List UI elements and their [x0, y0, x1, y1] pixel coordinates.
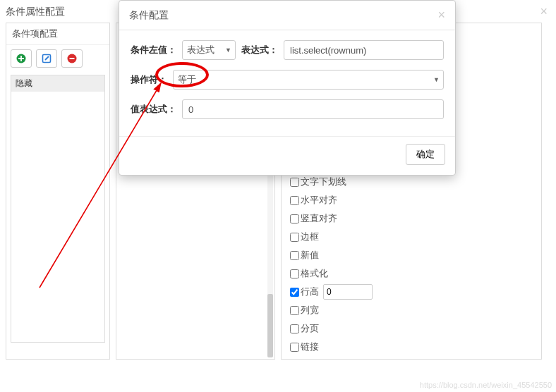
property-label: 新值 [301, 249, 319, 262]
property-checkbox[interactable] [290, 251, 299, 260]
scrollbar-thumb[interactable] [267, 294, 273, 357]
property-row: 列宽 [290, 301, 533, 319]
modal-close-icon[interactable]: × [437, 8, 445, 23]
property-checkbox[interactable] [290, 233, 299, 242]
left-value-row: 条件左值： 表达式 表达式： [131, 40, 444, 60]
edit-button[interactable] [36, 49, 57, 68]
condition-list[interactable]: 隐藏 [11, 75, 105, 343]
property-row: 格式化 [290, 264, 533, 283]
property-checkbox[interactable] [290, 196, 299, 205]
property-checkbox[interactable] [290, 288, 299, 297]
confirm-button[interactable]: 确定 [406, 144, 445, 165]
operator-label: 操作符： [131, 73, 167, 86]
minus-icon [67, 54, 77, 63]
property-checkbox[interactable] [290, 269, 299, 278]
property-label: 列宽 [301, 304, 319, 317]
modal-title: 条件配置 [129, 9, 169, 22]
left-value-label: 条件左值： [131, 44, 176, 56]
property-label: 分页 [301, 322, 319, 335]
property-row: 链接 [290, 338, 533, 356]
add-button[interactable] [11, 49, 32, 68]
property-row: 行高 [290, 283, 533, 301]
modal-body: 条件左值： 表达式 表达式： 操作符： 等于 值表达式： [119, 30, 455, 136]
operator-row: 操作符： 等于 [131, 70, 444, 90]
left-panel-header: 条件项配置 [6, 23, 109, 45]
property-label: 文字下划线 [301, 176, 346, 188]
property-checkbox[interactable] [290, 306, 299, 315]
page-title: 条件属性配置 [6, 6, 65, 18]
left-value-select[interactable]: 表达式 [182, 40, 236, 60]
property-checkbox[interactable] [290, 214, 299, 223]
property-row: 水平对齐 [290, 191, 533, 209]
property-label: 竖直对齐 [301, 212, 337, 225]
property-checkbox[interactable] [290, 343, 299, 352]
property-row: 竖直对齐 [290, 209, 533, 228]
modal-header: 条件配置 × [119, 1, 455, 30]
property-label: 水平对齐 [301, 194, 337, 207]
property-row: 边框 [290, 228, 533, 246]
value-expr-label: 值表达式： [131, 103, 176, 116]
value-expr-input[interactable] [182, 99, 444, 119]
operator-select[interactable]: 等于 [173, 70, 444, 90]
left-panel: 条件项配置 隐藏 [6, 23, 110, 360]
expression-label: 表达式： [241, 44, 278, 56]
condition-config-modal: 条件配置 × 条件左值： 表达式 表达式： 操作符： 等于 值表达式： 确定 [119, 0, 456, 176]
property-label: 格式化 [301, 267, 328, 280]
property-label: 边框 [301, 231, 319, 243]
plus-icon [16, 54, 26, 63]
edit-icon [42, 54, 52, 63]
close-icon[interactable]: × [540, 4, 548, 19]
list-item[interactable]: 隐藏 [11, 75, 104, 92]
modal-footer: 确定 [119, 136, 455, 175]
expression-input[interactable] [284, 40, 444, 60]
delete-button[interactable] [61, 49, 83, 68]
property-label: 行高 [301, 286, 319, 298]
property-list: 文字下划线水平对齐竖直对齐边框新值格式化行高列宽分页链接 [290, 173, 533, 356]
property-checkbox[interactable] [290, 324, 299, 333]
property-value-input[interactable] [323, 284, 373, 300]
property-row: 新值 [290, 246, 533, 264]
left-panel-toolbar [6, 45, 109, 72]
value-expr-row: 值表达式： [131, 99, 444, 119]
property-row: 分页 [290, 319, 533, 338]
watermark: https://blog.csdn.net/weixin_45542550 [420, 381, 552, 389]
property-label: 链接 [301, 341, 319, 353]
property-checkbox[interactable] [290, 178, 299, 187]
